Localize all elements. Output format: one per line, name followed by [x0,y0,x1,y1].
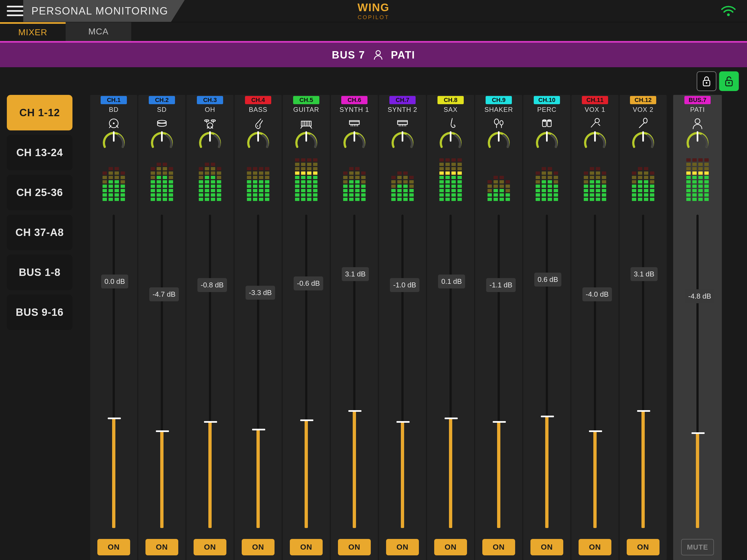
pan-knob[interactable] [685,131,710,152]
pan-knob[interactable] [342,131,367,152]
svg-point-3 [706,82,707,84]
fader[interactable]: 0.0 dB [90,206,137,539]
channel-id-badge: CH.4 [245,96,271,104]
channel-strip-CH.3: CH.3 OH -0.8 dB ON [186,95,233,560]
channel-name: BD [109,106,119,113]
fader[interactable]: 0.6 dB [523,206,570,539]
fader[interactable]: -0.8 dB [186,206,233,539]
db-value: 0.0 dB [101,275,128,288]
channel-name: VOX 2 [633,106,653,113]
tab-mixer[interactable]: MIXER [0,22,66,41]
user-icon [374,50,383,60]
on-button[interactable]: ON [338,539,371,555]
lock-button[interactable] [697,71,716,91]
channel-id-badge: BUS.7 [685,96,711,104]
level-meter [685,166,710,201]
fader[interactable]: -3.3 dB [235,206,282,539]
sidebar-item-1[interactable]: CH 13-24 [7,135,73,170]
tab-mca[interactable]: MCA [66,22,131,41]
pan-knob[interactable] [294,131,318,152]
db-value: 0.1 dB [438,275,465,288]
channel-id-badge: CH.5 [293,96,319,104]
pan-knob[interactable] [150,131,174,152]
channel-name: SAX [443,106,458,113]
level-meter [150,166,174,201]
level-meter [535,166,559,201]
on-button[interactable]: ON [482,539,515,555]
channel-id-badge: CH.8 [437,96,464,104]
on-button[interactable]: ON [531,539,563,555]
on-button[interactable]: ON [146,539,178,555]
sidebar-item-0[interactable]: CH 1-12 [7,95,73,130]
channel-name: OH [205,106,215,113]
level-meter [390,166,415,201]
db-value: -4.8 dB [685,289,715,303]
pan-knob[interactable] [390,131,415,152]
channel-strip-CH.12: CH.12 VOX 2 3.1 dB ON [620,95,667,560]
fader[interactable]: -1.0 dB [379,206,426,539]
drumkit-icon [203,116,216,131]
pan-knob[interactable] [583,131,607,152]
pan-knob[interactable] [486,131,511,152]
on-button[interactable]: ON [194,539,226,555]
fader[interactable]: 0.1 dB [427,206,474,539]
mic-icon [588,116,601,131]
db-value: -4.7 dB [149,287,179,301]
channel-name: SYNTH 1 [340,106,369,113]
mute-button[interactable]: MUTE [681,539,714,555]
channels-area: CH.1 BD 0.0 dB ON CH.2 SD - [79,95,747,560]
level-meter [198,166,222,201]
fader[interactable]: -0.6 dB [283,206,330,539]
user-icon [691,116,704,131]
svg-point-27 [500,121,503,125]
channel-id-badge: CH.11 [582,96,608,104]
pan-knob[interactable] [101,131,126,152]
svg-point-0 [727,14,730,16]
svg-rect-19 [350,121,359,124]
shaker-icon [492,116,505,131]
top-bar: PERSONAL MONITORING WING COPILOT [0,0,747,22]
svg-point-23 [452,120,452,121]
level-meter [486,166,511,201]
channel-strip-CH.11: CH.11 VOX 1 -4.0 dB ON [571,95,618,560]
svg-point-15 [257,126,258,127]
pan-knob[interactable] [246,131,271,152]
pan-knob[interactable] [438,131,463,152]
svg-point-9 [157,120,166,123]
mic2-icon [637,116,650,131]
on-button[interactable]: ON [627,539,660,555]
channel-strip-CH.10: CH.10 PERC 0.6 dB ON [523,95,570,560]
channel-strip-CH.8: CH.8 SAX 0.1 dB ON [427,95,474,560]
on-button[interactable]: ON [578,539,611,555]
fader[interactable]: -1.1 dB [475,206,522,539]
fader[interactable]: -4.0 dB [571,206,618,539]
pan-knob[interactable] [198,131,222,152]
fader[interactable]: -4.8 dB [673,206,722,539]
main-area: CH 1-12CH 13-24CH 25-36CH 37-A8BUS 1-8BU… [0,95,747,560]
channel-id-badge: CH.12 [630,96,656,104]
channel-id-badge: CH.1 [101,96,127,104]
perc-icon [540,116,553,131]
sidebar-item-4[interactable]: BUS 1-8 [7,255,73,290]
fader[interactable]: 3.1 dB [620,206,667,539]
fader[interactable]: -4.7 dB [138,206,185,539]
level-meter [294,166,318,201]
sidebar-item-5[interactable]: BUS 9-16 [7,295,73,330]
sidebar-item-2[interactable]: CH 25-36 [7,175,73,210]
channel-strip-CH.2: CH.2 SD -4.7 dB ON [138,95,185,560]
menu-icon[interactable] [7,3,23,19]
on-button[interactable]: ON [434,539,467,555]
pan-knob[interactable] [631,131,655,152]
on-button[interactable]: ON [97,539,130,555]
pan-knob[interactable] [535,131,559,152]
db-value: 0.6 dB [534,273,561,286]
on-button[interactable]: ON [290,539,323,555]
on-button[interactable]: ON [242,539,275,555]
svg-point-36 [643,118,647,123]
fader[interactable]: 3.1 dB [331,206,378,539]
level-meter [101,166,126,201]
level-meter [438,166,463,201]
unlock-button[interactable] [719,71,739,91]
on-button[interactable]: ON [386,539,419,555]
sidebar-item-3[interactable]: CH 37-A8 [7,215,73,250]
